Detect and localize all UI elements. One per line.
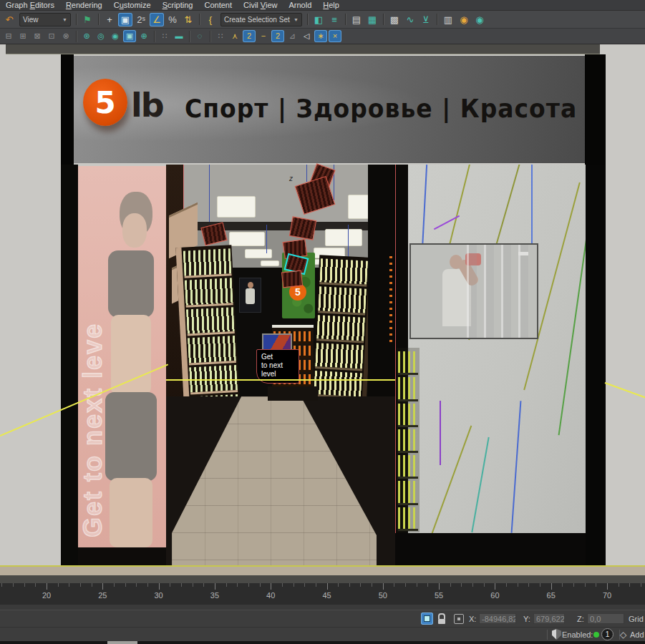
snap-segment-icon[interactable]: − (257, 30, 270, 42)
scene-converter-icon[interactable]: ◇ (620, 628, 626, 641)
menu-graph-editors[interactable]: Graph Editors (0, 0, 60, 11)
x-coord-label: X: (469, 610, 476, 627)
snap-x-icon[interactable]: × (329, 30, 341, 42)
menu-civil-view[interactable]: Civil View (238, 0, 283, 11)
below-glass-band (395, 533, 586, 565)
render-setup-icon[interactable]: ▥ (441, 13, 455, 26)
menu-help[interactable]: Help (317, 0, 345, 11)
align-icon[interactable]: ≡ (327, 13, 341, 26)
toolbar-separator (76, 14, 77, 25)
angle-snap-icon[interactable]: ∠ (150, 13, 164, 26)
rendered-frame-icon[interactable]: ◉ (457, 13, 471, 26)
unlink-icon[interactable]: ⊞ (16, 30, 29, 42)
timeline-tick (619, 583, 619, 587)
shelf-row (185, 278, 233, 307)
snaps-toggle-icon[interactable]: 2ˢ (134, 13, 148, 26)
notification-count-badge[interactable]: 1 (601, 628, 614, 640)
cursor-arrow-icon[interactable]: ◁ (300, 30, 313, 42)
gondola-base (268, 386, 318, 401)
curve-editor-icon[interactable]: ▩ (387, 13, 402, 26)
mirror-icon[interactable]: ◧ (311, 13, 326, 26)
timeline-tick (528, 583, 529, 587)
facade-top-band (6, 44, 600, 54)
reference-coordinate-dropdown[interactable]: View▼ (19, 13, 71, 26)
select-region-icon[interactable]: ▣ (123, 30, 136, 42)
select-and-move-icon[interactable]: + (102, 13, 117, 26)
wireframe-line (422, 165, 427, 250)
flag-triangle-icon[interactable]: ⊿ (286, 30, 299, 42)
poster-bottom-band (78, 547, 166, 565)
bind-spacewarp-icon[interactable]: ⊠ (31, 30, 44, 42)
menu-customize[interactable]: Customize (108, 0, 157, 11)
layer-manager-icon[interactable]: ▤ (349, 13, 364, 26)
selection-lock-icon[interactable] (438, 610, 445, 627)
notification-bar: Enabled: 1 ◇ Add (0, 627, 645, 641)
menu-scripting[interactable]: Scripting (157, 0, 199, 11)
z-coord-input[interactable]: 0,0 (587, 613, 624, 624)
select-and-manipulate-icon[interactable]: ▣ (118, 13, 132, 26)
timeline-track-bar[interactable]: 2025303540455055606570 (0, 583, 645, 605)
interior-sign-line: Get (261, 353, 299, 361)
pendant-lamp[interactable] (289, 216, 316, 240)
percent-snap-icon[interactable]: % (165, 13, 180, 26)
shelf-row (186, 307, 235, 336)
ruler-tool-icon[interactable]: ▬ (173, 30, 185, 42)
brand-logo-icon: 5 (83, 79, 127, 126)
menu-arnold[interactable]: Arnold (283, 0, 318, 11)
pendant-lamp[interactable] (281, 270, 303, 288)
absolute-mode-icon[interactable] (454, 614, 464, 624)
shelf-row (183, 248, 232, 278)
undo-scene-icon[interactable]: ↶ (2, 13, 16, 26)
timeline-tick (629, 583, 630, 587)
viewport-canvas[interactable]: 5 lb Спорт | Здоровье | Красота 5 z Get … (0, 44, 645, 583)
link-icon[interactable]: ⊟ (2, 30, 15, 42)
security-shield-icon[interactable] (552, 629, 561, 640)
array-circle-icon[interactable]: ◌ (193, 30, 206, 42)
timeline-tick (349, 583, 350, 587)
angle-override-icon[interactable]: ⋏ (228, 30, 241, 42)
grid-points-icon[interactable]: ∷ (158, 30, 171, 42)
shelf-row (398, 377, 418, 401)
bottom-strip (0, 641, 645, 644)
named-selection-sets-icon[interactable]: { (203, 13, 218, 26)
timeline-frame-label: 35 (210, 591, 219, 600)
selection-filter-icon[interactable]: ◉ (109, 30, 122, 42)
material-editor-icon[interactable]: ⊻ (419, 13, 433, 26)
select-and-place-icon[interactable]: ⊛ (80, 30, 93, 42)
selection-center-icon[interactable]: ◎ (94, 30, 107, 42)
menu-content[interactable]: Content (198, 0, 238, 11)
snap-2d-icon[interactable]: 2 (271, 30, 284, 42)
add-button[interactable]: Add (630, 628, 644, 641)
isolate-selection-toggle[interactable] (421, 613, 433, 625)
timeline-tick (596, 583, 596, 587)
shelf-row (319, 258, 368, 287)
use-pivot-center-icon[interactable]: ⚑ (80, 13, 94, 26)
menu-rendering[interactable]: Rendering (60, 0, 108, 11)
interior-sign-line: level (261, 370, 299, 379)
create-selection-set-dropdown[interactable]: Create Selection Set▼ (220, 13, 302, 26)
snap-asterisk-icon[interactable]: ∗ (314, 30, 327, 42)
toolbar-separator (189, 31, 190, 42)
grid-snap-icon[interactable]: ∷ (214, 30, 227, 42)
ceiling-light-panel (229, 232, 265, 246)
brand-logo-letters: lb (131, 86, 163, 125)
snap-25d-icon[interactable]: 2 (243, 30, 256, 42)
crossing-selection-icon[interactable]: ⊕ (137, 30, 150, 42)
window-poster: Get to next leve (78, 166, 166, 547)
x-coord-input[interactable]: -84946,828 (479, 613, 516, 624)
timeline-tick (226, 583, 227, 587)
affect-pivot-icon[interactable]: ⊗ (59, 30, 72, 42)
timeline-frame-label: 60 (490, 591, 499, 600)
scene-explorer-icon[interactable]: ▦ (365, 13, 379, 26)
y-coord-input[interactable]: 679,622 (533, 613, 565, 624)
schematic-view-icon[interactable]: ∿ (403, 13, 417, 26)
timeline-frame-label: 50 (379, 591, 387, 600)
timeline-tick (518, 583, 518, 587)
timeline-frame-label: 70 (603, 591, 611, 600)
status-bar: X: -84946,828 Y: 679,622 Z: 0,0 Grid (0, 610, 645, 627)
pivot-icon[interactable]: ⊡ (45, 30, 58, 42)
timeline-tick (80, 583, 81, 587)
spinner-snap-icon[interactable]: ⇅ (181, 13, 195, 26)
timeline-tick (316, 583, 316, 587)
render-production-icon[interactable]: ◉ (472, 13, 487, 26)
